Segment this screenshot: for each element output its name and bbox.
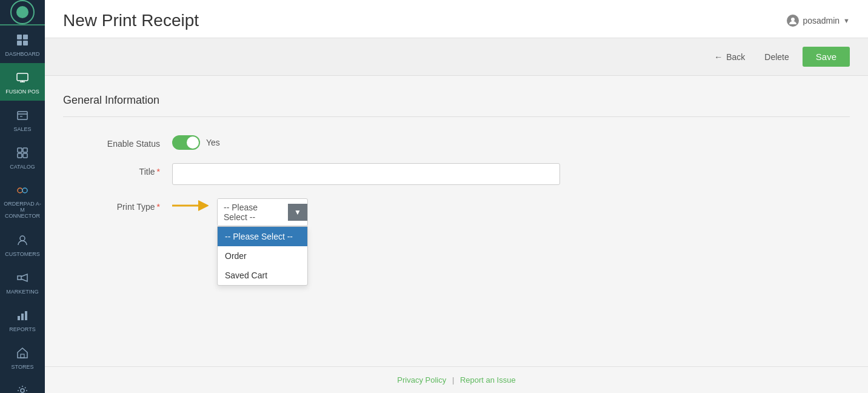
- arrow-indicator: [172, 198, 209, 213]
- sidebar-item-sales-label: SALES: [13, 126, 31, 132]
- svg-point-14: [18, 188, 22, 193]
- main-content: New Print Receipt posadmin ▼ ← Back Dele…: [45, 0, 868, 393]
- enable-status-group: Enable Status Yes: [63, 135, 609, 150]
- sidebar-item-catalog-label: CATALOG: [10, 164, 35, 170]
- svg-rect-10: [18, 148, 22, 152]
- user-dropdown-icon: ▼: [843, 17, 850, 24]
- svg-rect-18: [21, 314, 24, 320]
- back-button[interactable]: ← Back: [708, 49, 751, 66]
- sidebar-item-dashboard-label: DASHBOARD: [5, 51, 39, 57]
- sidebar-item-marketing[interactable]: MARKETING: [0, 263, 45, 301]
- print-type-select-container: -- Please Select -- ▼ -- Please Select -…: [217, 198, 308, 226]
- svg-point-16: [20, 236, 25, 241]
- sidebar-item-fusion-pos[interactable]: FUSION POS: [0, 63, 45, 101]
- user-menu[interactable]: posadmin ▼: [787, 15, 850, 27]
- sidebar-item-customers-label: CUSTOMERS: [5, 251, 39, 257]
- svg-point-21: [21, 389, 24, 392]
- sidebar: DASHBOARD FUSION POS SALES: [0, 0, 45, 393]
- orderpad-icon: [14, 182, 31, 199]
- svg-rect-12: [18, 153, 22, 158]
- reports-icon: [14, 307, 31, 324]
- sidebar-item-system[interactable]: SYSTEM: [0, 376, 45, 393]
- section-title: General Information: [63, 94, 850, 107]
- print-type-caret-button[interactable]: ▼: [288, 204, 307, 221]
- privacy-policy-link[interactable]: Privacy Policy: [397, 375, 446, 385]
- svg-rect-2: [17, 41, 22, 45]
- user-avatar-icon: [787, 15, 799, 27]
- delete-button[interactable]: Delete: [758, 49, 795, 66]
- footer-separator: |: [452, 375, 454, 385]
- marketing-icon: [14, 269, 31, 286]
- svg-rect-13: [23, 153, 27, 158]
- print-type-required-star: *: [157, 202, 160, 212]
- sidebar-item-orderpad-label: ORDERPAD A-M CONNECTOR: [2, 201, 42, 220]
- save-button[interactable]: Save: [803, 47, 850, 67]
- sidebar-item-marketing-label: MARKETING: [6, 289, 39, 295]
- svg-rect-1: [23, 35, 28, 39]
- system-icon: [14, 382, 31, 393]
- save-label: Save: [816, 52, 836, 62]
- content-area: General Information Enable Status Yes Ti…: [45, 76, 868, 366]
- svg-rect-3: [23, 41, 28, 45]
- enable-status-label: Enable Status: [63, 135, 172, 149]
- sidebar-item-orderpad[interactable]: ORDERPAD A-M CONNECTOR: [0, 176, 45, 226]
- svg-rect-20: [21, 354, 24, 358]
- sidebar-item-reports-label: REPORTS: [9, 326, 35, 332]
- print-type-select-display[interactable]: -- Please Select -- ▼: [217, 198, 308, 226]
- sidebar-item-sales[interactable]: SALES: [0, 101, 45, 138]
- toolbar: ← Back Delete Save: [45, 38, 868, 76]
- svg-point-15: [22, 188, 27, 193]
- sidebar-item-dashboard[interactable]: DASHBOARD: [0, 25, 45, 63]
- enable-status-toggle-container: Yes: [172, 135, 220, 150]
- stores-icon: [14, 344, 31, 361]
- sidebar-item-customers[interactable]: CUSTOMERS: [0, 226, 45, 263]
- svg-rect-19: [25, 311, 27, 320]
- svg-point-22: [791, 18, 795, 21]
- sales-icon: [14, 107, 31, 124]
- sidebar-item-catalog[interactable]: CATALOG: [0, 138, 45, 176]
- dashboard-icon: [14, 32, 31, 49]
- section-divider: [63, 116, 850, 117]
- logo-inner: [16, 6, 28, 18]
- customers-icon: [14, 232, 31, 249]
- print-type-selected-text: -- Please Select --: [218, 199, 288, 226]
- svg-rect-7: [18, 112, 27, 119]
- sidebar-item-stores-label: STORES: [12, 364, 34, 370]
- print-type-dropdown: -- Please Select -- Order Saved Cart: [217, 226, 308, 286]
- arrow-svg: [172, 198, 209, 213]
- svg-rect-0: [17, 35, 22, 39]
- print-type-group: Print Type* -- Please Select --: [63, 198, 609, 226]
- title-required-star: *: [157, 167, 160, 176]
- sidebar-logo: [0, 0, 45, 25]
- dropdown-item-order[interactable]: Order: [218, 246, 307, 266]
- title-input[interactable]: [172, 163, 560, 185]
- user-name: posadmin: [803, 16, 840, 25]
- catalog-icon: [14, 144, 31, 161]
- sidebar-item-reports[interactable]: REPORTS: [0, 301, 45, 338]
- title-label: Title*: [63, 163, 172, 176]
- dropdown-item-saved-cart[interactable]: Saved Cart: [218, 266, 307, 285]
- toggle-knob: [187, 136, 199, 149]
- delete-label: Delete: [764, 52, 789, 62]
- caret-down-icon: ▼: [294, 208, 301, 217]
- report-issue-link[interactable]: Report an Issue: [460, 375, 516, 385]
- print-type-label: Print Type*: [63, 198, 172, 212]
- page-title: New Print Receipt: [63, 11, 199, 30]
- app-logo-icon: [10, 0, 35, 24]
- enable-status-value: Yes: [206, 138, 220, 147]
- fusion-pos-icon: [14, 69, 31, 86]
- svg-rect-17: [18, 316, 20, 320]
- title-group: Title*: [63, 163, 609, 185]
- back-arrow-icon: ←: [714, 52, 723, 62]
- top-header: New Print Receipt posadmin ▼: [45, 0, 868, 38]
- svg-rect-4: [17, 73, 28, 81]
- dropdown-item-please-select[interactable]: -- Please Select --: [218, 227, 307, 246]
- back-label: Back: [726, 52, 745, 62]
- sidebar-item-stores[interactable]: STORES: [0, 338, 45, 376]
- enable-status-toggle[interactable]: [172, 135, 200, 150]
- sidebar-item-fusion-pos-label: FUSION POS: [5, 89, 39, 95]
- svg-rect-11: [23, 148, 27, 152]
- footer: Privacy Policy | Report an Issue: [45, 366, 868, 393]
